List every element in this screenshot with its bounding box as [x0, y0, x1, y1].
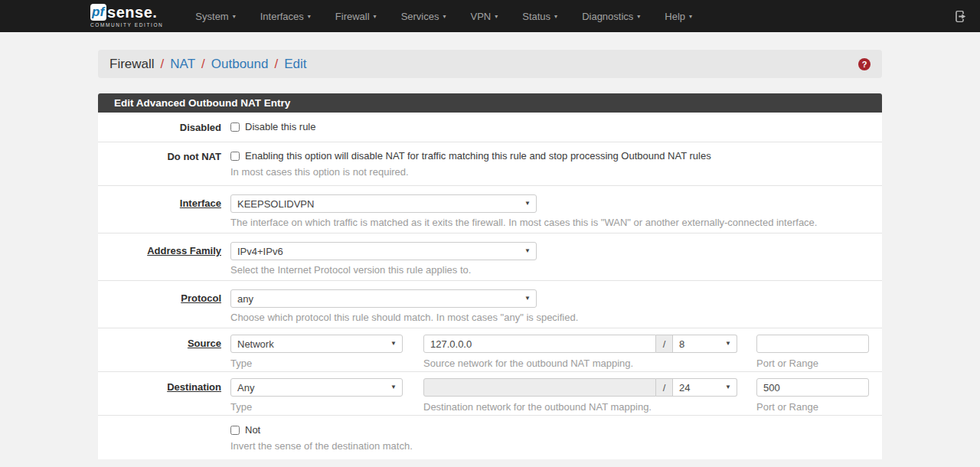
source-label: Source: [98, 335, 230, 369]
protocol-label: Protocol: [98, 289, 230, 323]
edit-nat-panel: Edit Advanced Outbound NAT Entry Disable…: [98, 93, 882, 459]
row-disabled: Disabled Disable this rule: [98, 113, 882, 142]
brand-name: sense.: [107, 5, 157, 20]
breadcrumb-nat-link[interactable]: NAT: [170, 57, 195, 72]
do-not-nat-help: In most cases this option is not require…: [230, 166, 874, 178]
cidr-separator: /: [656, 335, 673, 353]
source-cidr-select[interactable]: 8: [673, 335, 737, 353]
breadcrumb-separator: /: [268, 57, 284, 72]
breadcrumb-outbound-link[interactable]: Outbound: [211, 57, 269, 72]
destination-port-input[interactable]: [756, 378, 869, 397]
not-help: Invert the sense of the destination matc…: [230, 440, 874, 452]
disable-rule-checkbox[interactable]: [230, 122, 240, 132]
not-checkbox-label: Not: [245, 424, 260, 436]
destination-cidr-select[interactable]: 24: [673, 378, 737, 397]
caret-down-icon: ▾: [637, 13, 640, 20]
not-label-spacer: [98, 424, 230, 452]
nav-item-interfaces[interactable]: Interfaces ▾: [248, 11, 323, 22]
caret-down-icon: ▾: [233, 13, 236, 20]
row-address-family: Address Family IPv4+IPv6 ▼ Select the In…: [98, 234, 882, 281]
breadcrumb-edit-link[interactable]: Edit: [284, 57, 306, 72]
do-not-nat-checkbox-label: Enabling this option will disable NAT fo…: [245, 150, 711, 162]
disabled-label: Disabled: [98, 121, 230, 133]
brand-subtitle: COMMUNITY EDITION: [90, 23, 163, 28]
cidr-separator: /: [656, 378, 673, 397]
destination-type-select[interactable]: Any: [230, 378, 403, 397]
source-network-help: Source network for the outbound NAT mapp…: [423, 358, 737, 369]
sign-out-icon[interactable]: [953, 10, 966, 23]
protocol-select[interactable]: any: [230, 289, 537, 308]
nav-item-status[interactable]: Status ▾: [510, 11, 570, 22]
caret-down-icon: ▾: [374, 13, 377, 20]
source-network-input[interactable]: [423, 335, 656, 353]
caret-down-icon: ▾: [689, 13, 692, 20]
interface-label: Interface: [98, 194, 230, 228]
do-not-nat-checkbox[interactable]: [230, 152, 240, 161]
caret-down-icon: ▾: [308, 13, 311, 20]
breadcrumb-separator: /: [195, 57, 211, 72]
disable-rule-checkbox-label: Disable this rule: [245, 121, 316, 132]
top-navbar: pf sense. COMMUNITY EDITION System ▾ Int…: [0, 0, 980, 32]
row-protocol: Protocol any ▼ Choose which protocol thi…: [98, 281, 882, 328]
nav-item-help[interactable]: Help ▾: [652, 11, 704, 22]
breadcrumb-firewall: Firewall: [109, 57, 155, 72]
navbar-menu: System ▾ Interfaces ▾ Firewall ▾ Service…: [183, 11, 953, 22]
panel-title: Edit Advanced Outbound NAT Entry: [98, 93, 882, 113]
protocol-help: Choose which protocol this rule should m…: [230, 312, 874, 323]
row-interface: Interface KEEPSOLIDVPN ▼ The interface o…: [98, 186, 882, 234]
not-option: Not: [230, 424, 874, 436]
destination-network-input: [423, 378, 656, 397]
source-type-select[interactable]: Network: [230, 335, 403, 353]
help-icon[interactable]: ?: [858, 58, 871, 70]
breadcrumb: Firewall / NAT / Outbound / Edit ?: [98, 50, 882, 78]
row-not: Not Invert the sense of the destination …: [98, 416, 882, 459]
do-not-nat-option: Enabling this option will disable NAT fo…: [230, 150, 874, 162]
do-not-nat-label: Do not NAT: [98, 150, 230, 178]
nav-item-diagnostics[interactable]: Diagnostics ▾: [570, 11, 652, 22]
address-family-label: Address Family: [98, 242, 230, 276]
disable-rule-option: Disable this rule: [230, 121, 874, 132]
nav-item-system[interactable]: System ▾: [183, 11, 247, 22]
row-source: Source Network ▼ Type: [98, 328, 882, 372]
interface-help: The interface on which traffic is matche…: [230, 217, 874, 228]
destination-network-help: Destination network for the outbound NAT…: [423, 401, 737, 413]
destination-port-help: Port or Range: [756, 401, 869, 413]
row-do-not-nat: Do not NAT Enabling this option will dis…: [98, 142, 882, 186]
source-type-help: Type: [230, 358, 403, 369]
source-port-help: Port or Range: [756, 358, 869, 369]
address-family-help: Select the Internet Protocol version thi…: [230, 264, 874, 276]
source-port-input[interactable]: [756, 335, 869, 353]
panel-body: Disabled Disable this rule Do not NAT En…: [98, 113, 882, 459]
pfsense-logo-text: pf sense.: [90, 4, 163, 21]
nav-item-services[interactable]: Services ▾: [389, 11, 459, 22]
nav-item-firewall[interactable]: Firewall ▾: [323, 11, 389, 22]
destination-label: Destination: [98, 378, 230, 413]
caret-down-icon: ▾: [554, 13, 557, 20]
interface-select[interactable]: KEEPSOLIDVPN: [230, 194, 537, 213]
destination-type-help: Type: [230, 401, 403, 413]
caret-down-icon: ▾: [495, 13, 498, 20]
row-destination: Destination Any ▼ Type: [98, 372, 882, 416]
address-family-select[interactable]: IPv4+IPv6: [230, 242, 537, 260]
pfsense-logo[interactable]: pf sense. COMMUNITY EDITION: [90, 4, 163, 28]
breadcrumb-separator: /: [155, 57, 171, 72]
not-checkbox[interactable]: [230, 426, 240, 435]
caret-down-icon: ▾: [443, 13, 446, 20]
nav-item-vpn[interactable]: VPN ▾: [459, 11, 511, 22]
pf-badge: pf: [90, 4, 106, 21]
